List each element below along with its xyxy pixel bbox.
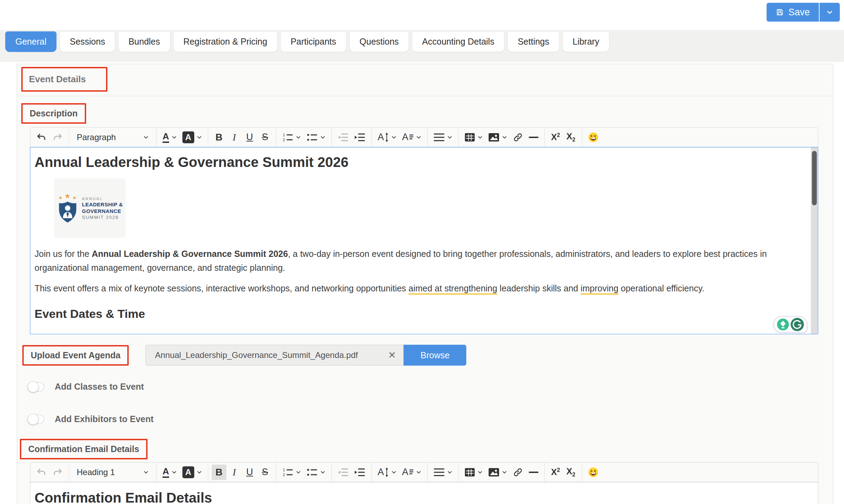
superscript-icon: X2	[551, 132, 560, 142]
svg-text:1: 1	[283, 468, 285, 472]
bulleted-list-button[interactable]	[304, 130, 328, 145]
redo-button[interactable]	[50, 465, 65, 480]
tab-bundles[interactable]: Bundles	[118, 31, 170, 52]
chevron-down-icon	[477, 135, 483, 140]
font-size-button[interactable]: A	[375, 465, 399, 480]
clear-file-button[interactable]: ✕	[387, 350, 398, 361]
grammarly-underline: improving	[581, 283, 618, 293]
strikethrough-button[interactable]: S	[258, 130, 272, 145]
chevron-down-icon	[416, 469, 421, 475]
undo-button[interactable]	[34, 130, 49, 145]
undo-button[interactable]	[34, 465, 49, 480]
insert-image-button[interactable]	[486, 130, 510, 145]
font-family-button[interactable]: A	[400, 465, 424, 480]
tab-questions[interactable]: Questions	[349, 31, 409, 52]
insert-table-button[interactable]	[462, 130, 485, 145]
font-size-icon: A	[378, 132, 389, 143]
italic-button[interactable]: I	[227, 130, 242, 145]
superscript-button[interactable]: X2	[548, 465, 563, 480]
link-button[interactable]	[510, 465, 526, 480]
add-exhibitors-toggle[interactable]	[28, 414, 44, 424]
tab-registration-pricing[interactable]: Registration & Pricing	[173, 31, 277, 52]
agenda-file-input[interactable]: Annual_Leadership_Governance_Summit_Agen…	[145, 345, 404, 366]
save-button[interactable]: Save	[767, 3, 819, 22]
outdent-button[interactable]	[335, 130, 351, 145]
toggle-knob	[28, 381, 39, 392]
toolbar-separator	[156, 462, 157, 482]
toolbar-separator	[427, 462, 428, 482]
event-logo[interactable]: ★ ★ ★ ANNUAL LEADERSHIP & GOVERNANCE	[54, 178, 126, 238]
indent-icon	[354, 467, 366, 477]
toolbar-separator	[156, 127, 157, 147]
font-family-icon: A	[402, 132, 414, 143]
add-classes-toggle[interactable]	[28, 382, 44, 392]
browse-button[interactable]: Browse	[404, 345, 466, 366]
font-size-button[interactable]: A	[375, 130, 399, 145]
underline-button[interactable]: U	[242, 130, 257, 145]
font-color-button[interactable]: A	[160, 130, 179, 145]
page: Save GeneralSessionsBundlesRegistration …	[0, 0, 844, 504]
paragraph-style-value: Heading 1	[77, 467, 115, 477]
horizontal-line-button[interactable]	[526, 465, 541, 480]
font-background-color-button[interactable]: A	[180, 130, 204, 145]
tab-library[interactable]: Library	[563, 31, 609, 52]
indent-button[interactable]	[352, 130, 368, 145]
toolbar-separator	[208, 127, 208, 147]
editor-scrollbar[interactable]	[811, 147, 818, 334]
strikethrough-button[interactable]: S	[258, 465, 272, 480]
numbered-list-button[interactable]: 12	[280, 465, 303, 480]
bulleted-list-button[interactable]	[304, 465, 328, 480]
add-exhibitors-row: Add Exhibitors to Event	[28, 414, 833, 424]
section-title-event-details: Event Details	[23, 68, 106, 90]
emoji-button[interactable]	[586, 465, 601, 480]
logo-line-leadership: LEADERSHIP &	[82, 201, 123, 207]
toolbar-separator	[582, 462, 582, 482]
grammarly-widget[interactable]	[773, 316, 807, 333]
save-dropdown-button[interactable]	[819, 3, 840, 22]
font-background-color-button[interactable]: A	[180, 465, 204, 480]
insert-table-button[interactable]	[462, 465, 485, 480]
description-editor-content[interactable]: Annual Leadership & Governance Summit 20…	[30, 147, 818, 334]
chevron-down-icon	[391, 469, 397, 475]
italic-button[interactable]: I	[227, 465, 242, 480]
insert-image-button[interactable]	[486, 465, 510, 480]
chevron-down-icon	[416, 135, 421, 140]
subscript-button[interactable]: X2	[564, 130, 578, 145]
bold-button[interactable]: B	[212, 465, 226, 480]
chevron-down-icon	[391, 135, 397, 140]
indent-button[interactable]	[352, 465, 368, 480]
indent-icon	[354, 132, 366, 142]
add-exhibitors-label: Add Exhibitors to Event	[55, 414, 153, 424]
tab-participants[interactable]: Participants	[280, 31, 346, 52]
tab-sessions[interactable]: Sessions	[60, 31, 115, 52]
horizontal-line-button[interactable]	[526, 130, 541, 145]
subscript-button[interactable]: X2	[564, 465, 578, 480]
confirmation-email-editor-content[interactable]: Confirmation Email Details	[30, 482, 818, 504]
tab-settings[interactable]: Settings	[507, 31, 559, 52]
font-family-button[interactable]: A	[400, 130, 424, 145]
text-alignment-button[interactable]	[431, 130, 455, 145]
tab-accounting-details[interactable]: Accounting Details	[412, 31, 504, 52]
bold-button[interactable]: B	[212, 130, 226, 145]
paragraph-style-dropdown[interactable]: Heading 1	[73, 465, 153, 480]
outdent-button[interactable]	[335, 465, 351, 480]
numbered-list-button[interactable]: 12	[280, 130, 303, 145]
emoji-button[interactable]	[586, 130, 601, 145]
chevron-down-icon	[502, 469, 507, 475]
grammarly-g-icon	[790, 318, 804, 331]
font-color-button[interactable]: A	[160, 465, 179, 480]
tab-general[interactable]: General	[5, 31, 56, 52]
redo-button[interactable]	[50, 130, 65, 145]
chevron-down-icon	[447, 135, 452, 140]
paragraph-style-value: Paragraph	[77, 132, 116, 142]
toolbar-separator	[544, 462, 545, 482]
outdent-icon	[338, 467, 349, 477]
toolbar-separator	[427, 127, 428, 147]
superscript-button[interactable]: X2	[548, 130, 563, 145]
paragraph-style-dropdown[interactable]: Paragraph	[73, 130, 153, 145]
editor-scrollbar-thumb[interactable]	[812, 151, 817, 205]
underline-button[interactable]: U	[242, 465, 257, 480]
link-button[interactable]	[510, 130, 526, 145]
text-alignment-button[interactable]	[431, 465, 455, 480]
chevron-down-icon	[320, 135, 325, 140]
